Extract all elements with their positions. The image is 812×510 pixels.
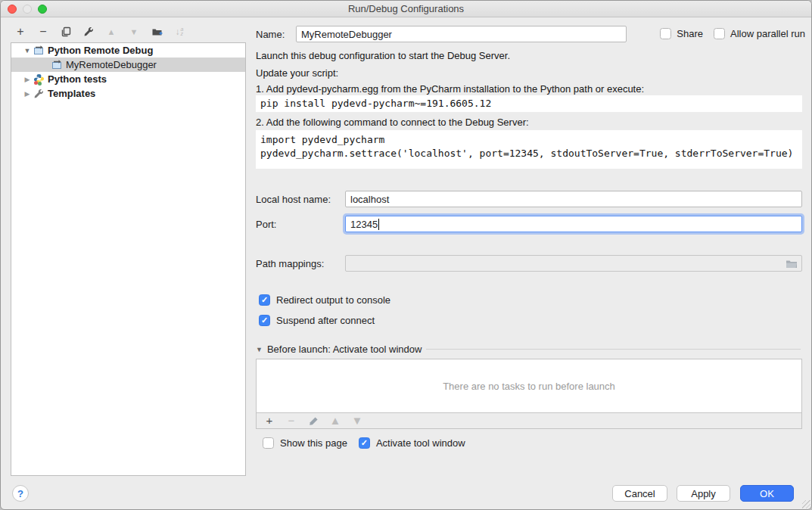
configurations-tree: ▼ Python Remote Debug MyRemoteDebugger ▶… bbox=[11, 42, 246, 476]
task-list-toolbar: + − ▲ ▼ bbox=[256, 413, 802, 429]
suspend-after-connect-option[interactable]: ✓ Suspend after connect bbox=[259, 315, 375, 326]
suspend-after-connect-label: Suspend after connect bbox=[276, 315, 375, 326]
close-window-button[interactable] bbox=[8, 5, 17, 14]
port-label: Port: bbox=[256, 219, 276, 231]
remote-debug-config-icon bbox=[33, 45, 45, 56]
share-option[interactable]: Share bbox=[660, 28, 703, 39]
apply-button[interactable]: Apply bbox=[677, 485, 730, 502]
move-down-icon: ▼ bbox=[128, 25, 140, 39]
instruction-step-1: 1. Add pydevd-pycharm.egg from the PyCha… bbox=[256, 83, 644, 95]
tree-item-myremotedebugger[interactable]: MyRemoteDebugger bbox=[11, 58, 245, 72]
name-input[interactable] bbox=[296, 26, 627, 42]
traffic-lights bbox=[8, 5, 47, 14]
redirect-output-option[interactable]: ✓ Redirect output to console bbox=[259, 294, 390, 306]
path-mappings-input[interactable] bbox=[345, 255, 802, 272]
chevron-down-icon[interactable]: ▼ bbox=[23, 47, 31, 54]
before-launch-title: Before launch: Activate tool window bbox=[267, 344, 422, 355]
run-debug-configurations-dialog: Run/Debug Configurations + − ▲ ▼ ↓ az ▼ … bbox=[0, 0, 812, 510]
allow-parallel-run-label: Allow parallel run bbox=[730, 28, 805, 39]
allow-parallel-run-option[interactable]: Allow parallel run bbox=[714, 28, 805, 39]
tree-item-label: Python Remote Debug bbox=[48, 45, 153, 56]
remove-task-icon: − bbox=[285, 414, 297, 428]
check-icon: ✓ bbox=[361, 438, 368, 448]
show-this-page-option[interactable]: Show this page bbox=[263, 437, 347, 449]
collapse-triangle-icon[interactable]: ▼ bbox=[256, 346, 263, 353]
empty-task-list-text: There are no tasks to run before launch bbox=[443, 381, 615, 392]
question-icon: ? bbox=[17, 488, 23, 499]
before-launch-header[interactable]: ▼ Before launch: Activate tool window bbox=[256, 344, 801, 355]
edit-task-icon bbox=[307, 414, 319, 428]
copy-icon[interactable] bbox=[60, 25, 72, 39]
zoom-window-button[interactable] bbox=[38, 5, 47, 14]
title-bar: Run/Debug Configurations bbox=[1, 1, 811, 17]
test-green-dot-icon bbox=[38, 82, 42, 86]
move-task-up-icon: ▲ bbox=[329, 414, 341, 428]
redirect-output-label: Redirect output to console bbox=[276, 294, 390, 306]
redirect-output-checkbox[interactable]: ✓ bbox=[259, 294, 270, 306]
check-icon: ✓ bbox=[261, 295, 268, 305]
help-button[interactable]: ? bbox=[12, 485, 29, 502]
tree-item-label: Python tests bbox=[48, 73, 107, 85]
pip-command-code: pip install pydevd-pycharm~=191.6605.12 bbox=[256, 95, 802, 112]
path-mappings-label: Path mappings: bbox=[256, 258, 324, 270]
share-label: Share bbox=[677, 28, 703, 39]
window-title: Run/Debug Configurations bbox=[1, 1, 811, 17]
instruction-step-2: 2. Add the following command to connect … bbox=[256, 117, 529, 129]
chevron-right-icon[interactable]: ▶ bbox=[23, 76, 31, 83]
port-value: 12345 bbox=[350, 219, 378, 230]
code-line-1: import pydevd_pycharm bbox=[260, 134, 384, 145]
allow-parallel-run-checkbox[interactable] bbox=[714, 28, 725, 39]
tree-item-label: Templates bbox=[48, 88, 95, 99]
ok-button[interactable]: OK bbox=[740, 485, 794, 502]
add-task-icon[interactable]: + bbox=[263, 414, 275, 428]
new-folder-icon[interactable] bbox=[151, 25, 163, 39]
cancel-button[interactable]: Cancel bbox=[612, 485, 667, 502]
show-this-page-label: Show this page bbox=[280, 437, 347, 449]
tree-item-python-tests[interactable]: ▶ Python tests bbox=[11, 72, 245, 86]
sort-icon: ↓ az bbox=[173, 25, 185, 39]
instruction-line-1: Launch this debug configuration to start… bbox=[256, 50, 510, 62]
top-right-options: Share Allow parallel run bbox=[660, 28, 805, 39]
minimize-window-button bbox=[23, 5, 32, 14]
tree-item-python-remote-debug[interactable]: ▼ Python Remote Debug bbox=[11, 43, 245, 58]
instruction-line-2: Update your script: bbox=[256, 67, 338, 79]
activate-tool-window-checkbox[interactable]: ✓ bbox=[359, 437, 370, 449]
python-tests-icon bbox=[33, 73, 45, 85]
templates-wrench-icon bbox=[33, 88, 45, 99]
name-label: Name: bbox=[256, 29, 285, 41]
tree-item-label: MyRemoteDebugger bbox=[66, 59, 157, 70]
add-icon[interactable]: + bbox=[14, 25, 26, 39]
remote-debug-config-icon bbox=[51, 59, 63, 70]
port-input[interactable]: 12345 bbox=[345, 216, 802, 232]
edit-defaults-icon[interactable] bbox=[82, 25, 95, 39]
move-task-down-icon: ▼ bbox=[351, 414, 363, 428]
section-divider bbox=[426, 349, 801, 350]
show-this-page-checkbox[interactable] bbox=[263, 437, 274, 449]
activate-tool-window-label: Activate tool window bbox=[376, 437, 465, 449]
tree-item-templates[interactable]: ▶ Templates bbox=[11, 86, 245, 101]
share-checkbox[interactable] bbox=[660, 28, 671, 39]
move-up-icon: ▲ bbox=[105, 25, 117, 39]
local-host-name-input[interactable] bbox=[345, 191, 802, 207]
before-launch-task-list[interactable]: There are no tasks to run before launch bbox=[256, 359, 802, 413]
settrace-code-block: import pydevd_pycharmpydevd_pycharm.sett… bbox=[256, 130, 802, 169]
resize-grip[interactable] bbox=[802, 500, 810, 508]
code-line-2: pydevd_pycharm.settrace('localhost', por… bbox=[260, 148, 793, 159]
folder-browse-icon[interactable] bbox=[786, 259, 798, 269]
local-host-name-label: Local host name: bbox=[256, 194, 331, 206]
configurations-toolbar: + − ▲ ▼ ↓ az bbox=[14, 23, 185, 41]
page-options-row: Show this page ✓ Activate tool window bbox=[263, 437, 465, 449]
chevron-right-icon[interactable]: ▶ bbox=[23, 90, 31, 98]
suspend-after-connect-checkbox[interactable]: ✓ bbox=[259, 315, 270, 326]
activate-tool-window-option[interactable]: ✓ Activate tool window bbox=[359, 437, 465, 449]
text-caret bbox=[378, 219, 379, 230]
remove-icon[interactable]: − bbox=[37, 25, 49, 39]
check-icon: ✓ bbox=[261, 316, 268, 325]
